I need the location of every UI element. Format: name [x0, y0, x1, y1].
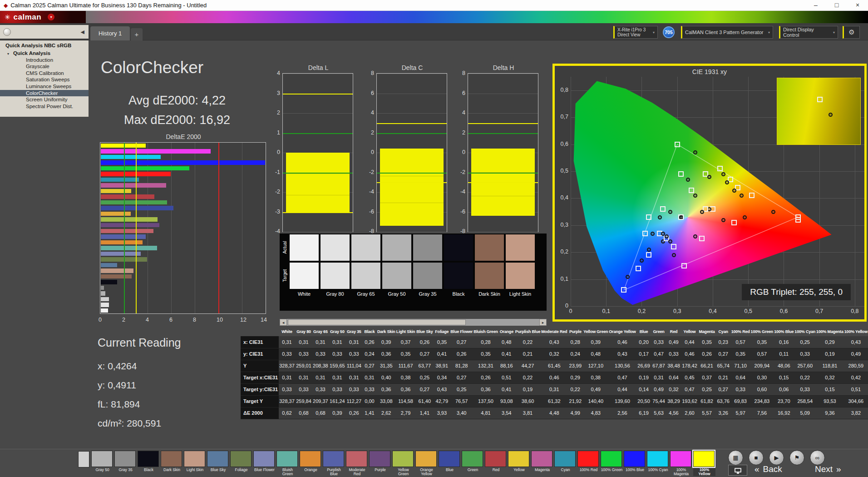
- stop-button[interactable]: ■: [749, 450, 764, 465]
- actual-patch-swatch: [475, 234, 504, 261]
- pattern-swatch-foliage[interactable]: Foliage: [230, 451, 252, 476]
- tab-history-1[interactable]: History 1: [90, 26, 130, 40]
- cie-1931-chart[interactable]: CIE 1931 xy 000,10,10,20,20,30,30,40,40,…: [552, 64, 867, 322]
- next-button[interactable]: Next »: [815, 464, 841, 474]
- expander-icon[interactable]: ▾: [7, 51, 13, 58]
- de-bar-gray-35: [101, 286, 104, 290]
- table-cell: 0,43: [844, 336, 868, 348]
- x-tick-label: 0,2: [635, 308, 648, 314]
- table-cell: 9,36: [816, 407, 844, 419]
- back-button[interactable]: « Back: [755, 464, 782, 474]
- de-bar-green: [101, 200, 167, 205]
- pattern-swatch-gray-50[interactable]: Gray 50: [91, 451, 113, 476]
- target-point-100-magenta: [681, 263, 687, 268]
- sidebar-item-cms-calibration[interactable]: CMS Calibration: [0, 70, 89, 77]
- swatch-color: [415, 451, 437, 467]
- sidebar-item-luminance-sweeps[interactable]: Luminance Sweeps: [0, 83, 89, 90]
- settings-button[interactable]: ⚙: [843, 26, 860, 39]
- pattern-generator-dropdown[interactable]: CalMAN Client 3 Pattern Generator ▾: [681, 26, 773, 39]
- de-bar-white: [101, 308, 108, 313]
- sidebar-item-screen-uniformity[interactable]: Screen Uniformity: [0, 96, 89, 103]
- pattern-swatch-yellow-green[interactable]: Yellow Green: [392, 451, 414, 476]
- pattern-window-button[interactable]: ▦: [728, 450, 743, 465]
- pattern-swatch-100-green[interactable]: 100% Green: [601, 451, 623, 476]
- close-button[interactable]: ×: [847, 0, 868, 10]
- pattern-swatch-dark-skin[interactable]: Dark Skin: [161, 451, 183, 476]
- minimize-button[interactable]: –: [805, 0, 826, 10]
- pattern-swatch-orange[interactable]: Orange: [300, 451, 322, 476]
- sidebar-item-label: Spectral Power Dist.: [26, 104, 73, 109]
- pattern-swatch-moderate-red[interactable]: Moderate Red: [346, 451, 368, 476]
- de-bar-blue: [101, 206, 173, 210]
- meter-dropdown[interactable]: X-Rite i1Pro 3 Direct View ▾: [613, 26, 658, 39]
- pattern-swatch-gray-35[interactable]: Gray 35: [114, 451, 137, 476]
- pattern-swatch-cyan[interactable]: Cyan: [554, 451, 577, 476]
- table-cell: 0,28: [473, 336, 498, 348]
- sidebar-item-spectral-power-dist-[interactable]: Spectral Power Dist.: [0, 103, 89, 110]
- pattern-swatch-blue-sky[interactable]: Blue Sky: [207, 451, 229, 476]
- current-reading-y: y: 0,4911: [98, 380, 136, 391]
- swatch-label: 100% Red: [577, 468, 600, 476]
- pattern-swatch-magenta[interactable]: Magenta: [531, 451, 553, 476]
- table-cell: 0,20: [636, 336, 651, 348]
- pattern-swatch-light-skin[interactable]: Light Skin: [184, 451, 206, 476]
- pattern-swatch-orange-yellow[interactable]: Orange Yellow: [415, 451, 438, 476]
- swatch-label: 100% Cyan: [647, 468, 669, 476]
- column-header-100-blue: 100% Blue: [774, 327, 794, 336]
- pattern-swatch-green[interactable]: Green: [462, 451, 484, 476]
- yellow-target-line: [377, 123, 447, 124]
- pattern-swatch-100-magenta[interactable]: 100% Magenta: [670, 451, 692, 476]
- play-button[interactable]: ▶: [769, 450, 784, 465]
- column-header-black: Black: [362, 327, 376, 336]
- sidebar-item-quick-analysis[interactable]: ▾Quick Analysis: [0, 50, 89, 57]
- pattern-swatch-red[interactable]: Red: [485, 451, 507, 476]
- pattern-swatch-100-blue[interactable]: 100% Blue: [624, 451, 646, 476]
- y-tick-label: -1: [268, 169, 280, 175]
- calman-menu-caret-icon[interactable]: ▼: [48, 14, 54, 20]
- pattern-swatch-purple[interactable]: Purple: [369, 451, 391, 476]
- sidebar-item-colorchecker[interactable]: ColorChecker: [0, 90, 89, 97]
- target-point-orange: [749, 193, 755, 198]
- pattern-swatch-bluish-green[interactable]: Bluish Green: [276, 451, 299, 476]
- actual-patch-swatch: [413, 234, 442, 261]
- table-cell: 0,31: [312, 372, 329, 383]
- scrollbar-track[interactable]: [287, 319, 539, 326]
- meter-count-badge[interactable]: 705: [663, 26, 675, 38]
- table-cell: 38,29: [666, 395, 681, 407]
- workflow-menu-button[interactable]: [3, 28, 11, 36]
- display-preview-button[interactable]: [728, 465, 747, 476]
- pattern-swatch-partial[interactable]: [78, 451, 89, 467]
- add-tab-button[interactable]: +: [131, 28, 143, 40]
- sidebar-item-saturation-sweeps[interactable]: Saturation Sweeps: [0, 76, 89, 83]
- pattern-swatch-100-yellow[interactable]: 100% Yellow: [693, 451, 715, 476]
- table-cell: 328,37: [279, 360, 296, 372]
- table-cell: 0,27: [362, 360, 376, 372]
- patch-grid-scrollbar[interactable]: ◂ ▸: [280, 319, 547, 326]
- display-control-dropdown[interactable]: Direct Display Control ▾: [779, 26, 838, 39]
- x-tick-label: 0,7: [813, 308, 826, 314]
- pattern-swatch-100-red[interactable]: 100% Red: [577, 451, 600, 476]
- table-cell: 114,58: [396, 395, 416, 407]
- pattern-swatch-blue[interactable]: Blue: [439, 451, 461, 476]
- pattern-swatch-black[interactable]: Black: [138, 451, 160, 476]
- scroll-right-icon[interactable]: ▸: [539, 319, 547, 326]
- pattern-swatch-blue-flower[interactable]: Blue Flower: [253, 451, 276, 476]
- sidebar-item-introduction[interactable]: Introduction: [0, 57, 89, 64]
- table-cell: 0,27: [415, 383, 434, 395]
- pattern-swatch-yellow[interactable]: Yellow: [508, 451, 530, 476]
- continuous-measure-button[interactable]: ∞: [810, 450, 825, 465]
- maximize-button[interactable]: □: [826, 0, 847, 10]
- scroll-left-icon[interactable]: ◂: [280, 319, 287, 326]
- pattern-swatch-purplish-blue[interactable]: Purplish Blue: [323, 451, 345, 476]
- flag-button[interactable]: ⚑: [789, 450, 804, 465]
- calman-logo[interactable]: ✳ calman ▼: [0, 11, 86, 23]
- sidebar-item-grayscale[interactable]: Grayscale: [0, 63, 89, 70]
- swatch-label: Foliage: [230, 468, 252, 476]
- scrollbar-thumb[interactable]: [288, 319, 466, 325]
- y-tick-label: 0,1: [557, 276, 568, 282]
- table-cell: 0,33: [296, 383, 312, 395]
- pattern-swatch-100-cyan[interactable]: 100% Cyan: [647, 451, 669, 476]
- collapse-sidebar-icon[interactable]: ◀: [81, 29, 84, 35]
- y-tick-label: 0,4: [557, 194, 568, 201]
- brand-strip: ✳ calman ▼: [0, 11, 868, 23]
